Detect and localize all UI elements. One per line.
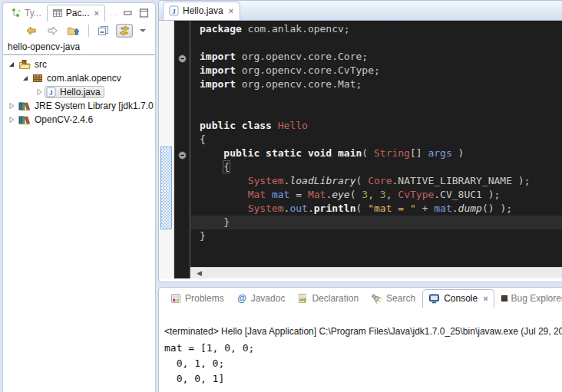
code-line[interactable] — [191, 91, 562, 105]
tree-item-label: JRE System Library [jdk1.7.0 — [35, 100, 154, 111]
tree-item-opencv-2-4-6[interactable]: OpenCV-2.4.6 — [3, 113, 155, 127]
tree-item-hello-java[interactable]: JHello.java — [3, 85, 155, 99]
code-line[interactable] — [191, 36, 562, 50]
minimize-button[interactable] — [123, 7, 133, 21]
project-tree: srccom.anlak.opencvJHello.javaJRE System… — [3, 55, 155, 127]
package-explorer-icon — [52, 8, 63, 18]
package-explorer-view: Ty...Pac...×... hello-opencv-java srccom… — [2, 2, 156, 392]
back-button[interactable] — [23, 24, 40, 38]
maximize-button[interactable] — [139, 7, 149, 21]
fold-collapse-icon[interactable] — [178, 149, 187, 163]
horizontal-scrollbar[interactable]: ◀ — [190, 267, 562, 278]
collapse-all-button[interactable] — [95, 24, 112, 38]
code-line[interactable]: { — [191, 160, 562, 174]
console-status-line: <terminated> Hello [Java Application] C:… — [164, 326, 562, 337]
tree-item-content: src — [17, 58, 51, 71]
editor-tab-label: Hello.java — [183, 5, 223, 16]
svg-text:J: J — [49, 89, 53, 97]
console-body: <terminated> Hello [Java Application] C:… — [159, 308, 562, 387]
left-panel-tabs: Ty...Pac...×... — [3, 3, 155, 21]
close-icon[interactable]: × — [94, 8, 98, 18]
editor-area: J Hello.java × package com.anlak.opencv;… — [158, 0, 562, 282]
tree-item-jre-system-library-jdk1-7-0[interactable]: JRE System Library [jdk1.7.0 — [3, 99, 155, 113]
tree-item-content: JHello.java — [45, 86, 104, 98]
tab-label: Bug Explorer — [511, 293, 562, 304]
code-line[interactable]: System.loadLibrary( Core.NATIVE_LIBRARY_… — [191, 174, 562, 188]
link-with-editor-button[interactable] — [116, 24, 133, 38]
code-line[interactable]: { — [191, 133, 562, 147]
expand-arrow-icon[interactable] — [34, 88, 45, 96]
tree-item-content: JRE System Library [jdk1.7.0 — [17, 100, 156, 112]
tree-item-src[interactable]: src — [3, 58, 155, 71]
console-view: Problems@JavadocDeclarationSearchConsole… — [158, 287, 562, 392]
tree-item-label: com.anlak.opencv — [47, 73, 121, 84]
tree-item-label: Hello.java — [60, 87, 101, 97]
view-tab-pac[interactable]: Pac...× — [47, 5, 105, 21]
library-icon — [18, 100, 31, 111]
editor-tab-hello-java[interactable]: J Hello.java × — [163, 2, 240, 20]
view-tab-label: Ty... — [25, 8, 41, 18]
view-tab-ty[interactable]: Ty... — [6, 5, 47, 21]
close-icon[interactable]: × — [483, 294, 488, 303]
java-package-icon — [32, 73, 43, 84]
range-indicator — [160, 147, 172, 229]
tab-javadoc[interactable]: @Javadoc — [231, 290, 291, 308]
code-line[interactable]: Mat mat = Mat.eye( 3, 3, CvType.CV_8UC1 … — [191, 188, 562, 202]
code-line[interactable]: import org.opencv.core.CvType; — [191, 64, 562, 77]
java-file-icon: J — [46, 87, 56, 97]
tab-console[interactable]: Console× — [422, 289, 494, 308]
java-file-icon: J — [169, 5, 179, 16]
tab-overflow-icon: ... — [110, 8, 118, 17]
annotation-ruler[interactable] — [159, 21, 174, 278]
console-icon — [428, 293, 440, 304]
declaration-icon — [297, 293, 308, 304]
expand-arrow-icon[interactable] — [6, 102, 17, 110]
type-hierarchy-icon — [11, 8, 21, 18]
tab-label: Search — [386, 293, 415, 304]
fold-gutter[interactable] — [174, 21, 190, 278]
toolbar-separator — [88, 25, 89, 37]
package-folder-icon — [18, 59, 31, 70]
bottom-panel-tabs: Problems@JavadocDeclarationSearchConsole… — [159, 288, 562, 308]
view-tab-label: Pac... — [66, 8, 90, 18]
tree-item-content: com.anlak.opencv — [31, 72, 125, 84]
tree-item-com-anlak-opencv[interactable]: com.anlak.opencv — [3, 71, 155, 85]
tree-item-content: OpenCV-2.4.6 — [17, 114, 97, 126]
code-line[interactable]: import org.opencv.core.Mat; — [191, 77, 562, 91]
tab-bug-explorer[interactable]: Bug Explorer — [496, 290, 562, 308]
collapse-arrow-icon[interactable] — [6, 61, 17, 68]
expand-arrow-icon[interactable] — [6, 116, 17, 124]
problems-icon — [170, 293, 181, 304]
tab-label: Declaration — [312, 293, 359, 304]
code-editor[interactable]: package com.anlak.opencv;import org.open… — [159, 21, 562, 278]
code-line[interactable]: } — [191, 216, 562, 229]
tab-problems[interactable]: Problems — [165, 290, 230, 308]
tab-declaration[interactable]: Declaration — [292, 290, 364, 308]
library-icon — [18, 114, 31, 125]
code-line[interactable]: import org.opencv.core.Core; — [191, 50, 562, 64]
tab-search[interactable]: Search — [365, 290, 421, 308]
console-output-line: mat = [1, 0, 0; — [164, 341, 562, 356]
code-line[interactable]: package com.anlak.opencv; — [191, 22, 562, 36]
view-menu-button[interactable] — [137, 26, 149, 35]
forward-button[interactable] — [44, 24, 61, 38]
editor-tabbar: J Hello.java × — [159, 1, 562, 21]
code-line[interactable]: public static void main( String[] args ) — [191, 147, 562, 160]
project-root-label[interactable]: hello-opencv-java — [3, 40, 155, 55]
code-line[interactable] — [191, 105, 562, 119]
collapse-arrow-icon[interactable] — [20, 74, 31, 82]
go-up-button[interactable] — [64, 24, 82, 38]
tab-label: Problems — [185, 293, 224, 304]
code-line[interactable]: System.out.println( "mat = " + mat.dump(… — [191, 202, 562, 216]
console-output-line: 0, 0, 1] — [164, 371, 562, 387]
fold-collapse-icon[interactable] — [178, 52, 187, 66]
code-line[interactable]: public class Hello — [191, 119, 562, 133]
svg-text:@: @ — [237, 293, 246, 304]
tree-item-label: OpenCV-2.4.6 — [35, 114, 93, 125]
code-line[interactable]: } — [191, 229, 562, 243]
tab-label: Javadoc — [251, 293, 286, 304]
scroll-left-arrow-icon[interactable]: ◀ — [190, 269, 202, 277]
close-icon[interactable]: × — [229, 6, 233, 15]
console-output[interactable]: mat = [1, 0, 0; 0, 1, 0; 0, 0, 1] — [164, 341, 562, 387]
javadoc-icon: @ — [236, 293, 247, 304]
